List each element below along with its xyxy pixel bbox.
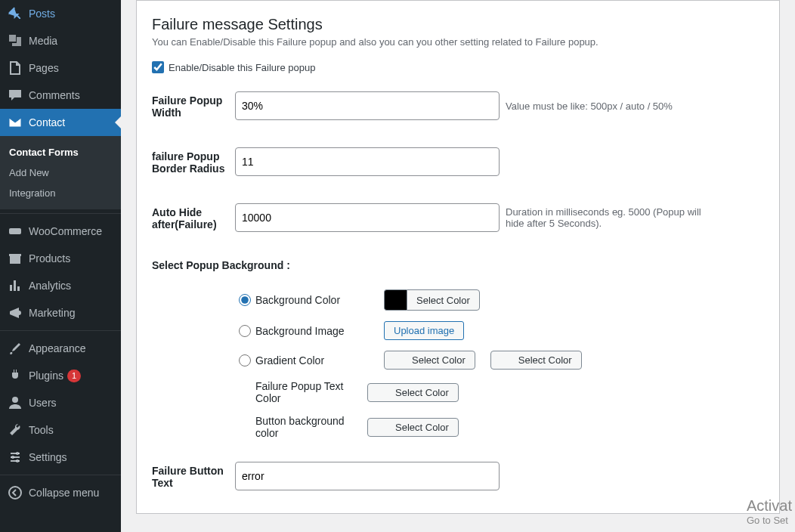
sidebar-item-marketing[interactable]: Marketing [0,299,121,326]
sidebar-item-appearance[interactable]: Appearance [0,335,121,362]
admin-sidebar: Posts Media Pages Comments Contact Conta… [0,0,121,532]
sidebar-item-comments[interactable]: Comments [0,82,121,109]
label: Plugins [29,370,63,382]
label: Comments [29,89,80,101]
gradient-radio[interactable] [239,354,251,367]
width-row: Failure Popup Width Value must be like: … [152,91,764,120]
content-area: Failure message Settings You can Enable/… [121,0,795,532]
submenu-contact-forms[interactable]: Contact Forms [0,142,121,162]
bgimage-label: Background Image [255,325,384,337]
background-section-label: Select Popup Background : [152,259,764,271]
sidebar-item-collapse[interactable]: Collapse menu [0,479,121,506]
svg-point-2 [16,452,19,455]
sidebar-item-posts[interactable]: Posts [0,0,121,27]
sidebar-item-products[interactable]: Products [0,245,121,272]
bgcolor-radio[interactable] [239,294,251,306]
media-icon [8,33,23,48]
label: Posts [29,8,55,20]
radius-label: failure Popup Border Radius [152,147,235,175]
label: Marketing [29,307,75,319]
analytics-icon [8,278,23,293]
brush-icon [8,341,23,356]
upload-image-button[interactable]: Upload image [384,321,464,340]
label: Users [29,397,57,409]
autohide-row: Auto Hide after(Failure) Duration in mil… [152,203,764,232]
page-description: You can Enable/Disable this Failure popu… [152,36,764,48]
sidebar-item-users[interactable]: Users [0,389,121,416]
collapse-icon [8,485,23,500]
activation-watermark: Activat Go to Set [747,497,792,526]
marketing-icon [8,305,23,320]
page-icon [8,60,23,76]
settings-panel: Failure message Settings You can Enable/… [136,0,780,514]
gradient-color2-button[interactable]: Select Color [490,351,582,370]
submenu-integration[interactable]: Integration [0,183,121,203]
btnbg-select-button[interactable]: Select Color [367,418,459,437]
button-text-input[interactable] [235,462,500,490]
sidebar-item-plugins[interactable]: Plugins 1 [0,362,121,389]
bgimage-row: Background Image Upload image [152,321,764,340]
pin-icon [8,6,23,21]
autohide-label: Auto Hide after(Failure) [152,203,235,230]
plugins-badge: 1 [67,370,81,382]
width-input[interactable] [235,91,500,120]
svg-point-3 [11,456,14,459]
sidebar-item-settings[interactable]: Settings [0,444,121,471]
mail-icon [8,115,23,130]
enable-row: Enable/Disable this Failure popup [152,61,764,73]
bgcolor-swatch[interactable] [384,289,407,311]
autohide-input[interactable] [235,203,500,232]
btnbg-label: Button background color [239,415,367,439]
width-hint: Value must be like: 500px / auto / 50% [506,101,673,112]
bgimage-radio[interactable] [239,325,251,337]
plugin-icon [8,368,23,383]
products-icon [8,251,23,266]
label: Contact [29,116,65,128]
sidebar-item-media[interactable]: Media [0,27,121,54]
page-title: Failure message Settings [152,1,764,36]
label: WooCommerce [29,225,102,237]
sidebar-item-contact[interactable]: Contact [0,109,121,136]
bgcolor-label: Background Color [255,294,384,306]
label: Products [29,252,70,264]
label: Settings [29,451,67,463]
comment-icon [8,88,23,103]
sidebar-item-tools[interactable]: Tools [0,416,121,444]
svg-point-5 [9,487,21,499]
enable-label: Enable/Disable this Failure popup [169,62,315,73]
label: Collapse menu [29,487,99,499]
woo-icon [8,224,23,239]
bgcolor-row: Background Color Select Color [152,289,764,311]
enable-checkbox[interactable] [152,61,164,73]
svg-point-4 [16,459,19,462]
user-icon [8,395,23,410]
sidebar-item-woocommerce[interactable]: WooCommerce [0,218,121,245]
textcolor-select-button[interactable]: Select Color [367,383,459,402]
wrench-icon [8,422,23,438]
sidebar-item-pages[interactable]: Pages [0,54,121,82]
textcolor-label: Failure Popup Text Color [239,380,367,404]
label: Appearance [29,342,86,354]
gradient-row: Gradient Color Select Color Select Color [152,351,764,370]
button-text-row: Failure Button Text [152,462,764,490]
btnbg-row: Button background color Select Color [152,415,764,439]
label: Media [29,35,57,47]
autohide-hint: Duration in milliseconds eg. 5000 (Popup… [506,206,702,229]
radius-input[interactable] [235,147,500,176]
label: Pages [29,62,59,74]
gradient-label: Gradient Color [255,354,384,367]
svg-point-1 [12,397,18,403]
bgcolor-select-button[interactable]: Select Color [407,289,480,311]
settings-icon [8,450,23,465]
submenu-add-new[interactable]: Add New [0,162,121,183]
label: Tools [29,424,54,436]
label: Analytics [29,280,71,292]
textcolor-row: Failure Popup Text Color Select Color [152,380,764,404]
button-text-label: Failure Button Text [152,462,235,489]
gradient-color1-button[interactable]: Select Color [384,351,475,370]
width-label: Failure Popup Width [152,91,235,119]
svg-rect-0 [9,228,21,234]
sidebar-item-analytics[interactable]: Analytics [0,272,121,299]
submenu-contact: Contact Forms Add New Integration [0,136,121,209]
radius-row: failure Popup Border Radius [152,147,764,176]
